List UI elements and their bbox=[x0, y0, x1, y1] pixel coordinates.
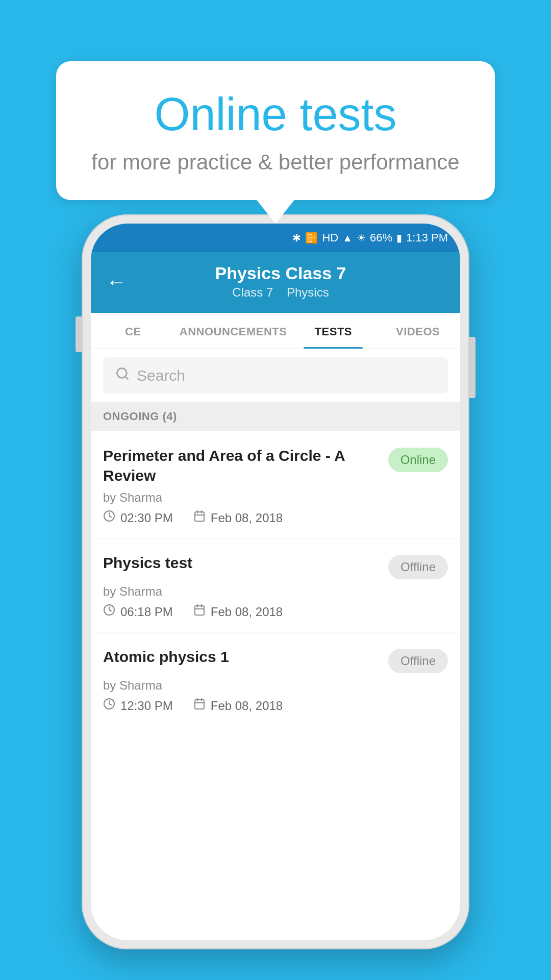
clock-icon-2 bbox=[103, 698, 115, 714]
meta-date-0: Feb 08, 2018 bbox=[193, 510, 283, 526]
search-placeholder: Search bbox=[137, 367, 185, 384]
breadcrumb-class: Class 7 bbox=[232, 285, 273, 299]
svg-rect-3 bbox=[195, 512, 204, 521]
header-text: Physics Class 7 Class 7 Physics bbox=[137, 263, 424, 300]
test-item-header-1: Physics test Offline bbox=[103, 553, 448, 579]
bubble-title: Online tests bbox=[87, 89, 464, 140]
test-meta-1: 06:18 PM bbox=[103, 604, 448, 620]
tabs-bar: CE ANNOUNCEMENTS TESTS VIDEOS bbox=[91, 313, 460, 349]
test-item-0[interactable]: Perimeter and Area of a Circle - A Revie… bbox=[91, 431, 460, 538]
bubble-subtitle: for more practice & better performance bbox=[87, 150, 464, 175]
meta-date-1: Feb 08, 2018 bbox=[193, 604, 283, 620]
test-list: Perimeter and Area of a Circle - A Revie… bbox=[91, 431, 460, 940]
test-meta-2: 12:30 PM bbox=[103, 698, 448, 714]
test-title-1: Physics test bbox=[103, 553, 378, 573]
search-bar: Search bbox=[91, 349, 460, 402]
hd-label: HD bbox=[322, 231, 338, 244]
test-item-2[interactable]: Atomic physics 1 Offline by Sharma bbox=[91, 632, 460, 726]
screen-content: ✱ 📴 HD ▲ ☀ 66% ▮ 1:13 PM ← Physics Class… bbox=[91, 224, 460, 940]
status-icons: ✱ 📴 HD ▲ ☀ 66% ▮ 1:13 PM bbox=[292, 231, 448, 244]
test-by-1: by Sharma bbox=[103, 584, 448, 599]
battery-icon: ▮ bbox=[396, 232, 402, 244]
test-title-0: Perimeter and Area of a Circle - A Revie… bbox=[103, 446, 378, 485]
clock-icon-0 bbox=[103, 510, 115, 526]
status-badge-2: Offline bbox=[388, 649, 448, 673]
status-bar: ✱ 📴 HD ▲ ☀ 66% ▮ 1:13 PM bbox=[91, 224, 460, 252]
wifi-icon: ▲ bbox=[342, 232, 353, 244]
svg-line-1 bbox=[125, 376, 128, 379]
test-by-0: by Sharma bbox=[103, 491, 448, 505]
vibrate-icon: 📴 bbox=[305, 232, 318, 244]
status-badge-1: Offline bbox=[388, 555, 448, 579]
time-value-0: 02:30 PM bbox=[120, 511, 173, 525]
phone-volume-left bbox=[76, 316, 82, 352]
test-item-header-2: Atomic physics 1 Offline bbox=[103, 647, 448, 673]
tab-videos[interactable]: VIDEOS bbox=[375, 313, 460, 349]
calendar-icon-0 bbox=[193, 510, 206, 526]
meta-time-0: 02:30 PM bbox=[103, 510, 173, 526]
phone-mockup: ✱ 📴 HD ▲ ☀ 66% ▮ 1:13 PM ← Physics Class… bbox=[82, 214, 469, 949]
test-title-2: Atomic physics 1 bbox=[103, 647, 378, 667]
section-header: ONGOING (4) bbox=[91, 402, 460, 431]
back-button[interactable]: ← bbox=[106, 272, 127, 292]
calendar-icon-1 bbox=[193, 604, 206, 620]
status-badge-0: Online bbox=[388, 448, 448, 472]
page-title: Physics Class 7 bbox=[137, 263, 424, 283]
time-display: 1:13 PM bbox=[406, 231, 448, 244]
tab-ce[interactable]: CE bbox=[91, 313, 176, 349]
clock-icon-1 bbox=[103, 604, 115, 620]
test-item-header-0: Perimeter and Area of a Circle - A Revie… bbox=[103, 446, 448, 485]
test-meta-0: 02:30 PM bbox=[103, 510, 448, 526]
date-value-0: Feb 08, 2018 bbox=[211, 511, 283, 525]
meta-date-2: Feb 08, 2018 bbox=[193, 698, 283, 714]
meta-time-1: 06:18 PM bbox=[103, 604, 173, 620]
tab-announcements[interactable]: ANNOUNCEMENTS bbox=[176, 313, 291, 349]
phone-volume-right bbox=[468, 337, 475, 398]
test-by-2: by Sharma bbox=[103, 678, 448, 693]
breadcrumb-subject: Physics bbox=[287, 285, 329, 299]
search-icon bbox=[115, 366, 130, 384]
date-value-2: Feb 08, 2018 bbox=[211, 699, 283, 713]
date-value-1: Feb 08, 2018 bbox=[211, 605, 283, 619]
svg-rect-8 bbox=[195, 606, 204, 615]
time-value-2: 12:30 PM bbox=[120, 699, 173, 713]
battery-level: 66% bbox=[370, 231, 392, 244]
tab-tests[interactable]: TESTS bbox=[291, 313, 375, 349]
calendar-icon-2 bbox=[193, 698, 206, 714]
speech-bubble-container: Online tests for more practice & better … bbox=[56, 61, 495, 200]
signal-icon: ☀ bbox=[357, 232, 366, 244]
bluetooth-icon: ✱ bbox=[292, 232, 301, 244]
phone-screen: ✱ 📴 HD ▲ ☀ 66% ▮ 1:13 PM ← Physics Class… bbox=[91, 224, 460, 940]
page-breadcrumb: Class 7 Physics bbox=[137, 285, 424, 300]
speech-bubble: Online tests for more practice & better … bbox=[56, 61, 495, 200]
meta-time-2: 12:30 PM bbox=[103, 698, 173, 714]
app-header: ← Physics Class 7 Class 7 Physics bbox=[91, 252, 460, 313]
svg-rect-13 bbox=[195, 700, 204, 709]
test-item-1[interactable]: Physics test Offline by Sharma bbox=[91, 538, 460, 632]
time-value-1: 06:18 PM bbox=[120, 605, 173, 619]
phone-outer: ✱ 📴 HD ▲ ☀ 66% ▮ 1:13 PM ← Physics Class… bbox=[82, 214, 469, 949]
search-input-container[interactable]: Search bbox=[103, 357, 448, 394]
